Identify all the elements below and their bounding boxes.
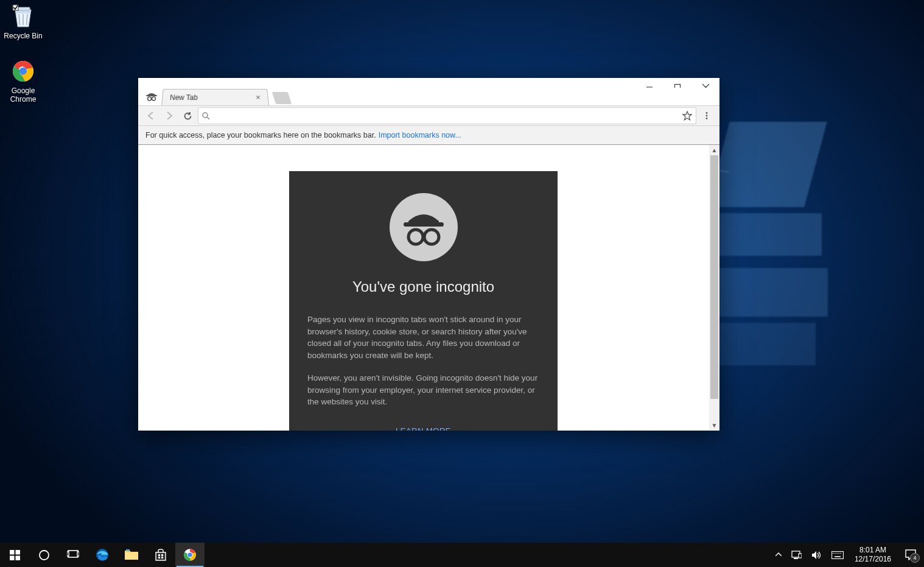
desktop-icon-label: Google Chrome	[0, 86, 46, 104]
taskbar-edge-button[interactable]	[88, 543, 117, 567]
recycle-bin-icon	[10, 3, 37, 30]
svg-rect-34	[161, 554, 163, 556]
tab-title: New Tab	[170, 93, 198, 102]
import-bookmarks-link[interactable]: Import bookmarks now...	[379, 131, 461, 139]
incognito-paragraph-1: Pages you view in incognito tabs won't s…	[307, 314, 539, 361]
svg-point-12	[152, 97, 156, 100]
new-tab-button[interactable]	[272, 92, 292, 104]
chrome-window: New Tab × For quick access, place y	[138, 78, 719, 431]
bookmark-star-icon[interactable]	[682, 111, 692, 121]
tab-strip: New Tab ×	[138, 88, 719, 105]
tray-volume-icon[interactable]	[807, 543, 827, 567]
tray-overflow-button[interactable]	[771, 543, 786, 567]
chrome-menu-button[interactable]	[699, 108, 715, 124]
vertical-scrollbar[interactable]: ▲ ▼	[709, 145, 719, 431]
svg-rect-29	[77, 552, 79, 556]
svg-rect-25	[15, 555, 20, 560]
taskbar: 8:01 AM 12/17/2016 4	[0, 543, 924, 567]
svg-point-16	[706, 112, 708, 114]
forward-button	[161, 108, 177, 124]
svg-rect-28	[67, 552, 69, 556]
svg-line-15	[207, 117, 209, 119]
svg-point-11	[148, 97, 152, 100]
system-tray: 8:01 AM 12/17/2016 4	[771, 543, 924, 567]
svg-rect-19	[404, 222, 444, 227]
window-titlebar[interactable]	[138, 78, 719, 88]
taskbar-clock[interactable]: 8:01 AM 12/17/2016	[849, 546, 897, 564]
svg-rect-23	[15, 550, 20, 555]
scrollbar-up-arrow[interactable]: ▲	[709, 145, 719, 155]
address-bar[interactable]	[198, 107, 696, 124]
notification-badge: 4	[910, 553, 920, 563]
desktop-icon-recycle-bin[interactable]: Recycle Bin	[0, 3, 46, 41]
svg-point-39	[187, 552, 192, 557]
svg-rect-33	[158, 554, 160, 556]
scrollbar-thumb[interactable]	[710, 155, 718, 399]
back-button	[143, 108, 159, 124]
svg-point-20	[408, 230, 423, 244]
reload-button[interactable]	[180, 108, 195, 124]
learn-more-link[interactable]: LEARN MORE	[307, 426, 539, 431]
browser-toolbar	[138, 105, 719, 126]
incognito-paragraph-2: However, you aren't invisible. Going inc…	[307, 372, 539, 408]
incognito-card: You've gone incognito Pages you view in …	[289, 171, 558, 431]
desktop-icon-label: Recycle Bin	[0, 31, 46, 41]
svg-rect-32	[126, 549, 130, 551]
svg-point-14	[203, 113, 208, 118]
browser-content: You've gone incognito Pages you view in …	[138, 145, 719, 431]
svg-rect-41	[794, 558, 798, 559]
incognito-heading: You've gone incognito	[307, 278, 539, 295]
tray-network-icon[interactable]	[786, 543, 807, 567]
taskbar-file-explorer-button[interactable]	[117, 543, 146, 567]
svg-rect-36	[161, 557, 163, 558]
incognito-hero-icon	[390, 193, 458, 261]
svg-rect-31	[125, 552, 138, 560]
svg-rect-22	[10, 550, 15, 555]
start-button[interactable]	[0, 543, 29, 567]
tab-close-button[interactable]: ×	[253, 93, 263, 102]
browser-tab[interactable]: New Tab ×	[161, 89, 269, 105]
clock-date: 12/17/2016	[855, 555, 891, 564]
search-icon	[202, 112, 210, 120]
chrome-icon	[10, 58, 37, 85]
task-view-button[interactable]	[58, 543, 88, 567]
clock-time: 8:01 AM	[855, 546, 891, 555]
wallpaper-ray	[718, 323, 816, 365]
tray-keyboard-icon[interactable]	[827, 543, 849, 567]
svg-rect-35	[158, 557, 160, 558]
bookmarks-bar: For quick access, place your bookmarks h…	[138, 126, 719, 145]
svg-point-17	[706, 115, 708, 117]
taskbar-store-button[interactable]	[146, 543, 175, 567]
wallpaper-ray	[718, 268, 828, 317]
wallpaper-ray	[707, 122, 827, 207]
scrollbar-down-arrow[interactable]: ▼	[709, 420, 719, 431]
desktop-icon-google-chrome[interactable]: Google Chrome	[0, 58, 46, 104]
svg-point-18	[706, 118, 708, 119]
bookmarks-hint-text: For quick access, place your bookmarks h…	[145, 131, 376, 139]
taskbar-chrome-button[interactable]	[175, 543, 205, 567]
action-center-button[interactable]: 4	[897, 543, 924, 567]
svg-rect-27	[68, 551, 78, 557]
svg-rect-24	[10, 555, 15, 560]
svg-rect-43	[831, 551, 843, 558]
cortana-button[interactable]	[29, 543, 58, 567]
svg-point-21	[424, 230, 439, 244]
address-input[interactable]	[214, 109, 679, 122]
incognito-indicator-icon	[144, 89, 159, 104]
svg-rect-42	[799, 554, 802, 558]
wallpaper-ray	[718, 213, 822, 256]
svg-point-26	[40, 551, 49, 560]
svg-rect-10	[146, 95, 157, 96]
